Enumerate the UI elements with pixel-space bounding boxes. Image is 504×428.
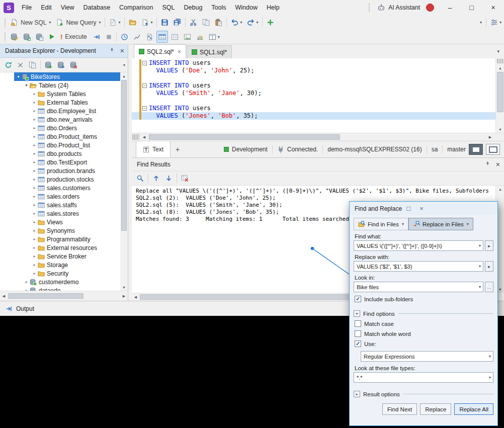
tree-expand-arrow[interactable]: ▸ <box>31 186 38 190</box>
scroll-left-icon[interactable]: ◀ <box>132 293 139 301</box>
dialog-maximize-button[interactable]: □ <box>402 205 415 212</box>
dialog-close-button[interactable]: × <box>415 205 428 212</box>
explorer-menu-button[interactable]: ▾ <box>121 59 127 71</box>
scroll-up-icon[interactable]: ▲ <box>496 186 504 193</box>
tree-vertical-scrollbar[interactable]: ▲ ▼ <box>120 72 128 291</box>
find-what-input[interactable]: VALUES \('([^']+)', '([^']+)', ([0-9]+)\… <box>354 240 483 251</box>
upload-file-button[interactable]: ▾ <box>139 17 154 29</box>
document-list-chevron-icon[interactable]: ▾ <box>492 49 504 54</box>
editor-vertical-scrollbar[interactable]: ▲ ▼ <box>495 58 504 133</box>
document-tab-sql1-sql[interactable]: SQL1.sql* <box>187 45 232 58</box>
scrollbar-thumb[interactable] <box>8 293 83 299</box>
window-layout-button[interactable]: ▾ <box>207 31 222 43</box>
tree-expand-arrow[interactable]: ▸ <box>31 254 38 259</box>
tree-item-external-tables[interactable]: ▸External Tables <box>0 98 120 107</box>
open-file-button[interactable] <box>127 17 138 29</box>
scrollbar-thumb[interactable] <box>149 134 340 140</box>
scroll-down-icon[interactable]: ▼ <box>496 126 504 133</box>
clear-results-button[interactable] <box>179 173 191 185</box>
edit-data-button[interactable] <box>9 31 20 43</box>
tree-expand-arrow[interactable]: ▸ <box>31 203 38 207</box>
detach-database-button[interactable] <box>68 59 79 71</box>
tree-item-dbo-product-list[interactable]: ▸dbo.Product_list <box>0 141 120 149</box>
chevron-down-icon[interactable]: ▾ <box>477 243 481 248</box>
close-button[interactable]: × <box>482 0 504 15</box>
tree-expand-arrow[interactable]: ▸ <box>31 177 38 182</box>
image-view-button[interactable] <box>182 31 193 43</box>
server-status[interactable]: demo-mssql\SQLEXPRESS02 (16) <box>327 146 422 153</box>
chevron-down-icon[interactable]: ▾ <box>487 354 491 359</box>
tree-item-sales-orders[interactable]: ▸sales.orders <box>0 192 120 201</box>
tree-horizontal-scrollbar[interactable]: ◀ ▶ <box>0 291 128 301</box>
scroll-left-icon[interactable]: ◀ <box>140 133 148 141</box>
stop-button[interactable] <box>104 31 114 43</box>
file-types-select[interactable]: *.* ▾ <box>354 372 493 383</box>
tree-item-dbo-testexport[interactable]: ▸dbo.TestExport <box>0 158 120 166</box>
tree-item-production-stocks[interactable]: ▸production.stocks <box>0 175 120 184</box>
pin-icon[interactable] <box>110 48 116 54</box>
code-line-5[interactable]: VALUES ('Smith', 'Jane', 30); <box>132 90 495 97</box>
new-connection-button[interactable] <box>43 59 54 71</box>
tree-expand-arrow[interactable]: ▸ <box>31 160 38 164</box>
tree-expand-arrow[interactable]: ▸ <box>31 271 38 276</box>
tree-expand-arrow[interactable]: ▸ <box>31 211 38 216</box>
chevron-down-icon[interactable]: ▾ <box>477 264 481 269</box>
find-results-close-icon[interactable]: × <box>496 161 500 168</box>
menu-window[interactable]: Window <box>231 0 262 15</box>
new-document-button[interactable]: ▾ <box>107 17 122 29</box>
tree-item-sales-stores[interactable]: ▸sales.stores <box>0 209 120 218</box>
menu-view[interactable]: View <box>56 0 79 15</box>
checkbox-icon[interactable] <box>355 340 361 347</box>
document-tab-sql2-sql[interactable]: SQL2.sql*× <box>134 44 186 58</box>
match-whole-word-checkbox[interactable]: Match whole word <box>355 330 493 337</box>
chart-view-button[interactable] <box>194 31 206 43</box>
sql-editor[interactable]: −INSERT INTO users VALUES ('Doe', 'John'… <box>132 58 504 133</box>
toolbar-overflow-button[interactable]: ▾ <box>478 17 484 29</box>
code-line-7[interactable]: −INSERT INTO users <box>132 105 495 112</box>
tree-collapse-arrow[interactable]: ▾ <box>23 83 30 88</box>
account-badge[interactable] <box>426 4 434 12</box>
tree-item-synonyms[interactable]: ▸Synonyms <box>0 226 120 235</box>
scrollbar-thumb[interactable] <box>140 294 351 300</box>
disconnect-button[interactable] <box>15 59 26 71</box>
tree-item-dbo-orders[interactable]: ▸dbo.Orders <box>0 124 120 132</box>
fold-toggle-icon[interactable]: − <box>142 61 147 65</box>
tree-expand-arrow[interactable]: ▸ <box>31 168 38 173</box>
browse-folders-button[interactable]: … <box>485 282 493 292</box>
tree-expand-arrow[interactable]: ▸ <box>31 134 38 139</box>
pin-icon[interactable] <box>485 161 491 167</box>
tree-item-security[interactable]: ▸Security <box>0 269 120 278</box>
tree-item-external-resources[interactable]: ▸External resources <box>0 243 120 252</box>
maximize-button[interactable]: □ <box>461 0 482 15</box>
refresh-button[interactable] <box>3 59 14 71</box>
explorer-close-icon[interactable]: × <box>120 47 124 54</box>
tree-item-production-brands[interactable]: ▸production.brands <box>0 166 120 175</box>
splitter-handle[interactable] <box>132 134 139 140</box>
next-result-button[interactable] <box>163 173 175 185</box>
find-next-button[interactable]: Find Next <box>382 403 417 415</box>
connection-status[interactable]: Connected. <box>277 146 318 153</box>
menu-sql[interactable]: SQL <box>157 0 179 15</box>
scroll-down-icon[interactable]: ▼ <box>120 284 128 291</box>
tree-expand-arrow[interactable]: ▸ <box>31 126 38 130</box>
results-grid-button[interactable] <box>156 31 168 43</box>
cut-button[interactable] <box>188 17 199 29</box>
query-history-button[interactable] <box>119 31 130 43</box>
copy-button[interactable] <box>200 17 212 29</box>
result-line-1[interactable]: Replace all "VALUES \('([^']+)', '([^']+… <box>136 188 495 195</box>
menu-tools[interactable]: Tools <box>207 0 230 15</box>
tree-item-dbo-employee-list[interactable]: ▸dbo.Employee_list <box>0 107 120 115</box>
tree-item-programmability[interactable]: ▸Programmability <box>0 235 120 243</box>
scroll-up-icon[interactable]: ▲ <box>120 72 128 79</box>
menu-edit[interactable]: Edit <box>36 0 56 15</box>
user-status[interactable]: sa <box>432 146 438 153</box>
toolbar-options-button[interactable]: ▾ <box>488 17 503 29</box>
tree-expand-arrow[interactable]: ▸ <box>31 245 38 250</box>
tree-item-dbo-product-items[interactable]: ▸dbo.Product_items <box>0 132 120 141</box>
environment-status[interactable]: Development <box>224 146 268 153</box>
include-subfolders-checkbox[interactable]: Include sub-folders <box>355 296 493 302</box>
new-query-button[interactable]: New Query▾ <box>54 17 103 29</box>
save-button[interactable] <box>159 17 171 29</box>
tree-expand-arrow[interactable]: ▸ <box>31 263 38 267</box>
code-line-4[interactable]: −INSERT INTO users <box>132 82 495 90</box>
